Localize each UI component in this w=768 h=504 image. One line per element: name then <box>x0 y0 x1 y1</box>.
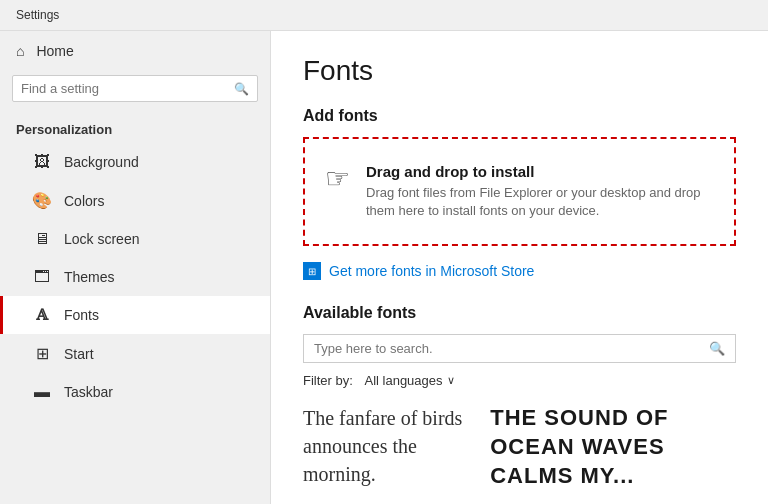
sidebar-item-fonts-label: Fonts <box>64 307 99 323</box>
add-fonts-title: Add fonts <box>303 107 736 125</box>
main-content: ⌂ Home 🔍 Personalization 🖼 Background 🎨 … <box>0 31 768 504</box>
themes-icon: 🗔 <box>32 268 52 286</box>
font-sample-serif: The fanfare of birds announces the morni… <box>303 404 474 490</box>
sidebar-item-themes-label: Themes <box>64 269 115 285</box>
sidebar-item-background[interactable]: 🖼 Background <box>0 143 270 181</box>
sidebar-item-taskbar[interactable]: ▬ Taskbar <box>0 373 270 411</box>
sidebar-search-icon: 🔍 <box>234 82 249 96</box>
store-icon: ⊞ <box>303 262 321 280</box>
start-icon: ⊞ <box>32 344 52 363</box>
available-fonts-title: Available fonts <box>303 304 736 322</box>
background-icon: 🖼 <box>32 153 52 171</box>
filter-label: Filter by: <box>303 373 353 388</box>
filter-value[interactable]: All languages <box>364 373 442 388</box>
drop-sub-text: Drag font files from File Explorer or yo… <box>366 184 714 220</box>
sidebar-item-start-label: Start <box>64 346 94 362</box>
sidebar-item-background-label: Background <box>64 154 139 170</box>
sidebar-item-lockscreen-label: Lock screen <box>64 231 139 247</box>
store-link-label: Get more fonts in Microsoft Store <box>329 263 534 279</box>
taskbar-icon: ▬ <box>32 383 52 401</box>
drop-main-text: Drag and drop to install <box>366 163 714 180</box>
sidebar: ⌂ Home 🔍 Personalization 🖼 Background 🎨 … <box>0 31 270 504</box>
fonts-icon: 𝔸 <box>32 306 52 324</box>
store-link[interactable]: ⊞ Get more fonts in Microsoft Store <box>303 262 736 280</box>
sidebar-item-lockscreen[interactable]: 🖥 Lock screen <box>0 220 270 258</box>
sidebar-item-fonts[interactable]: 𝔸 Fonts <box>0 296 270 334</box>
sidebar-item-colors-label: Colors <box>64 193 104 209</box>
right-panel: Fonts Add fonts ☞ Drag and drop to insta… <box>270 31 768 504</box>
title-bar: Settings <box>0 0 768 31</box>
font-search-icon: 🔍 <box>709 341 725 356</box>
sidebar-search-box: 🔍 <box>12 75 258 102</box>
filter-chevron-icon[interactable]: ∨ <box>447 374 455 387</box>
sidebar-item-start[interactable]: ⊞ Start <box>0 334 270 373</box>
sidebar-item-colors[interactable]: 🎨 Colors <box>0 181 270 220</box>
font-samples: The fanfare of birds announces the morni… <box>303 404 736 490</box>
sidebar-search-input[interactable] <box>21 81 234 96</box>
filter-row: Filter by: All languages ∨ <box>303 373 736 388</box>
page-title: Fonts <box>303 55 736 87</box>
colors-icon: 🎨 <box>32 191 52 210</box>
font-sample-sans: THE SOUND OF OCEAN WAVES CALMS MY... <box>490 404 736 490</box>
title-bar-label: Settings <box>16 8 59 22</box>
drop-zone[interactable]: ☞ Drag and drop to install Drag font fil… <box>303 137 736 246</box>
font-search-box: 🔍 <box>303 334 736 363</box>
sidebar-item-taskbar-label: Taskbar <box>64 384 113 400</box>
sidebar-section-label: Personalization <box>0 114 270 143</box>
drop-text-container: Drag and drop to install Drag font files… <box>366 163 714 220</box>
font-search-input[interactable] <box>314 341 709 356</box>
sidebar-home-label: Home <box>36 43 73 59</box>
sidebar-item-themes[interactable]: 🗔 Themes <box>0 258 270 296</box>
home-icon: ⌂ <box>16 43 24 59</box>
lockscreen-icon: 🖥 <box>32 230 52 248</box>
sidebar-item-home[interactable]: ⌂ Home <box>0 31 270 71</box>
drag-drop-icon: ☞ <box>325 165 350 193</box>
